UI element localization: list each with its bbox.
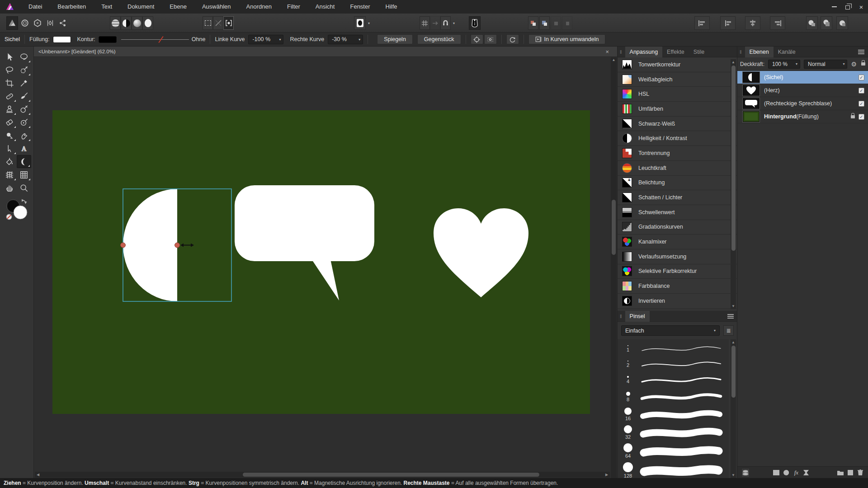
minimize-button[interactable] <box>827 0 841 14</box>
insertion-target-dropdown[interactable]: ▾ <box>366 16 371 30</box>
right-curve-combo[interactable]: -30 % ▾ <box>328 35 363 44</box>
scroll-right-icon[interactable]: ▶ <box>604 473 609 477</box>
move-snap-button[interactable] <box>430 16 440 30</box>
smudge-tool[interactable] <box>17 129 31 142</box>
tab-close-icon[interactable]: × <box>605 48 609 55</box>
snapshot-stack-icon[interactable] <box>741 468 750 477</box>
delete-layer-icon[interactable] <box>857 468 864 477</box>
move-to-front-button[interactable] <box>528 16 538 30</box>
cycle-selection-button[interactable] <box>506 34 519 44</box>
restore-button[interactable] <box>841 0 854 14</box>
crop-tool[interactable] <box>2 76 17 89</box>
adjustment-gradationskurven[interactable]: Gradationskurven <box>618 220 737 235</box>
move-tool[interactable] <box>2 50 17 63</box>
selection-toggle-button[interactable] <box>203 16 213 30</box>
adjustment-selektive-farbkorrektur[interactable]: Selektive Farbkorrektur <box>618 264 737 279</box>
text-tool[interactable]: A <box>17 142 31 155</box>
layer-visibility-checkbox[interactable]: ✓ <box>859 75 864 80</box>
scroll-down-icon[interactable]: ▼ <box>731 304 736 308</box>
tab-effekte[interactable]: Effekte <box>662 47 689 57</box>
move-forward-button[interactable] <box>539 16 550 30</box>
gear-icon[interactable]: ⚙ <box>851 61 857 68</box>
grid-toggle-button[interactable] <box>420 16 430 30</box>
brushes-scrollbar[interactable]: ▲ ▼ <box>731 339 736 478</box>
transform-selection-button[interactable] <box>223 16 234 30</box>
adjustment-schatten-lichter[interactable]: Schatten / Lichter <box>618 190 737 205</box>
selection-brush-tool[interactable] <box>17 63 31 76</box>
layer-row-hintergrund[interactable]: Hintergrund (Füllung) ✓ <box>737 110 868 123</box>
boolean-intersect-button[interactable] <box>836 16 848 30</box>
lasso-tool[interactable] <box>2 63 17 76</box>
tab-pinsel[interactable]: Pinsel <box>625 311 650 322</box>
scroll-left-icon[interactable]: ◀ <box>36 473 40 477</box>
brush-view-mode-button[interactable]: ≣ <box>723 325 734 336</box>
menu-text[interactable]: Text <box>94 0 120 14</box>
brushes-scroll-thumb[interactable] <box>731 346 736 398</box>
dodge-tool[interactable] <box>2 129 17 142</box>
healing-tool[interactable] <box>2 89 17 103</box>
adjustment-weissabgleich[interactable]: Weißabgleich <box>618 72 737 87</box>
view-mode-splitscreen-button[interactable] <box>110 16 121 30</box>
counterpart-button[interactable]: Gegenstück <box>417 34 461 44</box>
marquee-selection-tool[interactable] <box>17 50 31 63</box>
menu-datei[interactable]: Datei <box>21 0 50 14</box>
pan-tool[interactable] <box>2 181 17 194</box>
panel-grip-icon[interactable]: ‖ <box>618 49 625 55</box>
paint-brush-tool[interactable] <box>17 89 31 103</box>
insertion-target-button[interactable] <box>354 16 366 30</box>
node-tool[interactable] <box>2 142 17 155</box>
horizontal-scrollbar[interactable]: ◀ ▶ <box>35 472 610 478</box>
layer-row-sichel[interactable]: (Sichel) ✓ <box>737 71 868 84</box>
menu-dokument[interactable]: Dokument <box>120 0 162 14</box>
layer-visibility-checkbox[interactable]: ✓ <box>859 88 864 94</box>
adjustment-umfaerben[interactable]: Umfärben <box>618 102 737 117</box>
adjustment-verlaufsumsetzung[interactable]: Verlaufsumsetzung <box>618 249 737 264</box>
color-replacement-tool[interactable] <box>17 116 31 129</box>
eraser-tool[interactable] <box>2 116 17 129</box>
brush-item-4[interactable]: 4 <box>618 372 729 388</box>
new-group-folder-icon[interactable] <box>837 468 844 477</box>
fill-swatch[interactable] <box>53 36 71 43</box>
left-curve-combo[interactable]: -100 % ▾ <box>248 35 283 44</box>
menu-ansicht[interactable]: Ansicht <box>308 0 343 14</box>
curve-handle-left[interactable] <box>121 243 126 248</box>
move-to-back-button[interactable] <box>562 16 572 30</box>
mesh-warp-tool[interactable] <box>2 168 17 181</box>
assistant-button[interactable] <box>469 16 481 30</box>
brush-item-32[interactable]: 32 <box>618 423 729 441</box>
menu-hilfe[interactable]: Hilfe <box>378 0 405 14</box>
new-pixel-layer-icon[interactable] <box>847 468 854 477</box>
scroll-up-icon[interactable]: ▲ <box>731 340 736 344</box>
align-left-button[interactable] <box>694 16 710 30</box>
line-toggle-button[interactable] <box>213 16 223 30</box>
adjustment-helligkeit-kontrast[interactable]: Helligkeit / Kontrast <box>618 131 737 146</box>
brush-item-64[interactable]: 64 <box>618 441 729 460</box>
designer-persona-button[interactable] <box>6 16 18 30</box>
scroll-up-icon[interactable]: ▲ <box>611 58 617 62</box>
flood-fill-tool[interactable] <box>2 155 17 168</box>
menu-fenster[interactable]: Fenster <box>342 0 377 14</box>
brush-item-2[interactable]: 2 <box>618 357 729 372</box>
zoom-tool[interactable] <box>17 181 31 194</box>
studio-presets-button[interactable] <box>44 16 56 30</box>
layer-visibility-checkbox[interactable]: ✓ <box>859 101 864 107</box>
opacity-combo[interactable]: 100 % ▾ <box>768 60 800 69</box>
move-backward-button[interactable] <box>551 16 561 30</box>
mirror-button[interactable]: Spiegeln <box>377 34 413 44</box>
view-mode-gradient-button[interactable] <box>132 16 142 30</box>
vscroll-thumb[interactable] <box>612 200 616 255</box>
layer-visibility-checkbox[interactable]: ✓ <box>859 114 864 120</box>
panel-menu-icon[interactable] <box>858 49 864 55</box>
adjustment-belichtung[interactable]: +Belichtung <box>618 176 737 191</box>
perspective-tool[interactable] <box>17 168 31 181</box>
menu-auswaehlen[interactable]: Auswählen <box>194 0 239 14</box>
layer-effects-icon[interactable]: fx <box>793 468 800 477</box>
adjustment-invertieren[interactable]: Invertieren <box>618 294 737 309</box>
menu-bearbeiten[interactable]: Bearbeiten <box>50 0 94 14</box>
adjustment-kanalmixer[interactable]: Kanalmixer <box>618 235 737 249</box>
panel-grip-icon[interactable]: ‖ <box>737 49 745 55</box>
document-tab[interactable]: <Unbenannt> [Geändert] (62.0%) <box>34 49 116 54</box>
layer-row-herz[interactable]: (Herz) ✓ <box>737 84 868 97</box>
mask-layer-icon[interactable] <box>773 468 780 477</box>
transform-origin-button[interactable] <box>484 34 497 44</box>
